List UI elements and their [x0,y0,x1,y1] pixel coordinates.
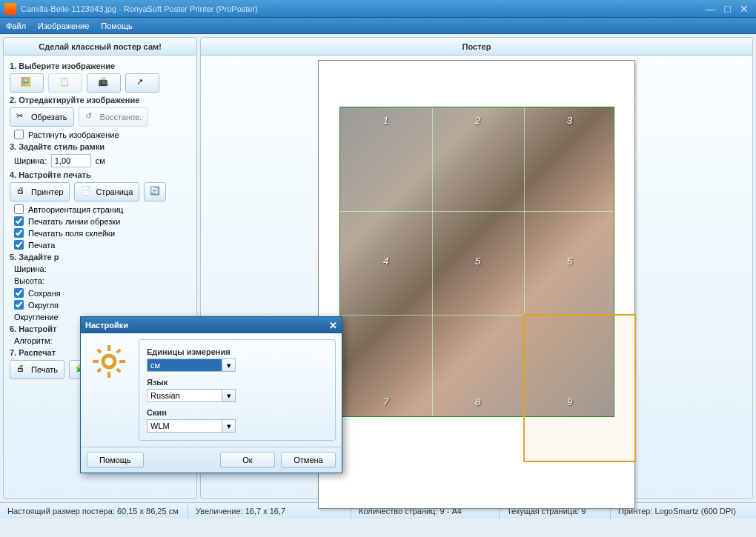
dialog-close-button[interactable]: ✕ [329,320,337,331]
tile-number: 1 [383,115,388,126]
gluelines-checkbox[interactable]: Печатать поля склейки [14,228,190,238]
export-button[interactable]: ↗ [125,73,159,93]
print-icon: 🖨 [16,364,28,376]
auto-orient-checkbox[interactable]: Автоориентация страниц [14,204,190,214]
svg-rect-3 [93,360,99,363]
dialog-title: Настройки [85,321,128,330]
svg-rect-6 [116,367,121,373]
paste-button[interactable]: 📋 [48,73,82,93]
crop-button[interactable]: ✂Обрезать [10,107,74,127]
frame-width-unit: см [96,156,105,165]
poster-page[interactable]: 1 2 3 4 5 6 7 8 9 [318,60,635,509]
window-title: Camilla-Belle-1123943.jpg - RonyaSoft Po… [21,4,703,13]
chevron-down-icon[interactable]: ▾ [222,358,236,372]
chevron-down-icon[interactable]: ▾ [222,419,236,433]
frame-width-input[interactable] [51,154,91,167]
tile-number: 3 [567,115,572,126]
round-checkbox[interactable]: Округля [14,300,190,310]
section-1-title: 1. Выберите изображение [10,61,190,70]
scan-button[interactable]: 📠 [87,73,121,93]
algorithm-label: Алгоритм: [14,336,53,345]
settings-dialog: Настройки ✕ Единицы измерения см▾ Язык R… [80,316,342,473]
keep-ratio-checkbox[interactable]: Сохраня [14,288,190,298]
menu-help[interactable]: Помощь [101,21,133,30]
svg-rect-7 [116,348,121,353]
svg-rect-4 [119,360,125,363]
dialog-ok-button[interactable]: Ок [220,452,275,468]
export-icon: ↗ [136,77,148,89]
tile-number: 7 [383,396,388,407]
language-combobox[interactable]: Russian▾ [147,389,236,402]
svg-rect-2 [107,372,110,378]
cutlines-checkbox[interactable]: Печатать линии обрезки [14,216,190,226]
gear-icon [91,344,127,379]
load-image-button[interactable]: 🖼️ [10,73,44,93]
svg-rect-5 [96,348,102,353]
grid-line [432,107,433,416]
page-button[interactable]: 📄Страница [74,182,139,201]
maximize-button[interactable]: □ [722,3,734,15]
units-combobox[interactable]: см▾ [147,358,236,372]
menu-bar: Файл Изображение Помощь [0,18,756,34]
tile-number: 2 [475,115,480,126]
close-button[interactable]: ✕ [737,3,752,15]
skin-combobox[interactable]: WLM▾ [147,419,236,433]
stretch-checkbox[interactable]: Растянуть изображение [14,130,190,139]
grid-line [340,211,614,212]
print-button[interactable]: 🖨Печать [10,360,64,379]
rounding-label: Округление [14,313,59,321]
current-tile-highlight [523,314,636,462]
image-add-icon: 🖼️ [21,77,33,89]
tile-number: 6 [567,256,572,267]
refresh-button[interactable]: 🔄 [144,182,166,201]
tile-number: 4 [383,256,388,267]
svg-rect-1 [107,345,110,351]
menu-image[interactable]: Изображение [38,21,89,30]
svg-point-0 [103,356,115,367]
poster-height-label: Высота: [14,276,44,285]
language-label: Язык [147,378,328,387]
sidebar-header: Сделай классный постер сам! [4,38,196,56]
frame-width-label: Ширина: [14,156,47,165]
section-4-title: 4. Настройте печать [10,170,190,179]
window-titlebar: Camilla-Belle-1123943.jpg - RonyaSoft Po… [0,0,756,18]
section-2-title: 2. Отредактируйте изображение [10,96,190,104]
restore-button[interactable]: ↺Восстанов. [79,107,149,127]
section-3-title: 3. Задайте стиль рамки [10,142,190,151]
clipboard-icon: 📋 [59,77,71,89]
crop-icon: ✂ [16,111,28,123]
page-icon: 📄 [81,186,93,198]
units-label: Единицы измерения [147,347,328,356]
menu-file[interactable]: Файл [6,21,26,30]
restore-icon: ↺ [85,111,97,123]
chevron-down-icon[interactable]: ▾ [222,389,236,402]
app-icon [4,3,16,15]
printer-button[interactable]: 🖨Принтер [10,182,70,201]
poster-width-label: Ширина: [14,264,47,273]
dialog-cancel-button[interactable]: Отмена [281,452,336,468]
skin-label: Скин [147,408,328,417]
section-5-title: 5. Задайте р [10,253,190,261]
preview-header: Постер [201,38,752,56]
printer-icon: 🖨 [16,186,28,198]
minimize-button[interactable]: — [703,3,719,15]
tile-number: 8 [475,396,480,407]
refresh-icon: 🔄 [150,186,160,198]
tile-number: 5 [475,256,480,267]
status-realsize: Настоящий размер постера: 60,15 x 86,25 … [0,503,188,519]
dialog-titlebar[interactable]: Настройки ✕ [81,317,342,333]
svg-rect-8 [96,367,102,373]
partial-checkbox[interactable]: Печата [14,240,190,250]
dialog-help-button[interactable]: Помощь [87,452,144,468]
scanner-icon: 📠 [98,77,110,89]
